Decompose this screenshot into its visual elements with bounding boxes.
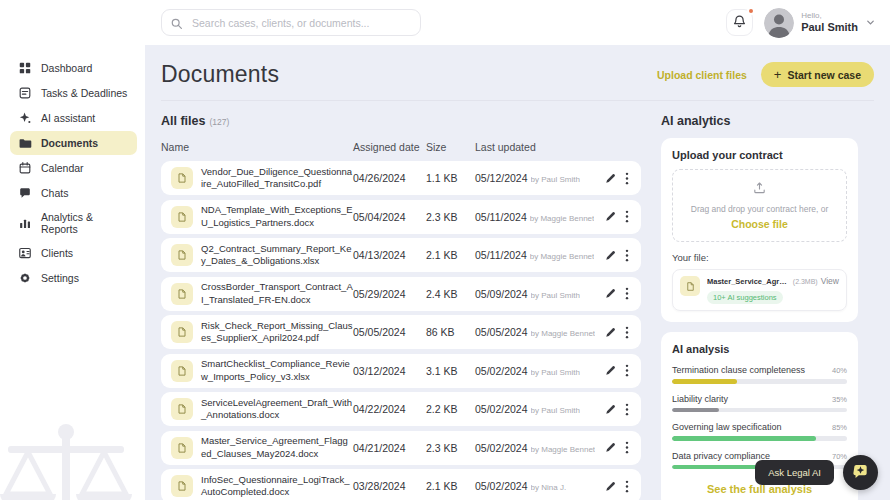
edit-button[interactable] bbox=[600, 206, 621, 227]
file-last-updated: 05/02/2024 by Paul Smith bbox=[475, 403, 600, 415]
file-size: 2.2 KB bbox=[426, 403, 475, 415]
ask-legal-ai-button[interactable] bbox=[843, 455, 878, 490]
file-updated-by: by Maggie Bennet bbox=[530, 214, 595, 223]
row-menu-button[interactable] bbox=[621, 437, 633, 458]
kebab-menu-icon bbox=[625, 326, 629, 339]
documents-icon bbox=[18, 136, 32, 150]
content: Documents Upload client files + Start ne… bbox=[145, 45, 890, 500]
file-updated-date: 05/02/2024 bbox=[475, 480, 528, 492]
bell-icon bbox=[732, 14, 747, 32]
row-menu-button[interactable] bbox=[621, 168, 633, 189]
kebab-menu-icon bbox=[625, 210, 629, 223]
sidebar-item[interactable]: Calendar bbox=[10, 156, 137, 180]
document-icon bbox=[171, 475, 193, 497]
sidebar-item[interactable]: Tasks & Deadlines bbox=[10, 81, 137, 105]
analysis-metric: Governing law specification 85% bbox=[672, 422, 847, 441]
document-icon bbox=[171, 321, 193, 343]
chevron-down-icon bbox=[865, 17, 876, 28]
edit-button[interactable] bbox=[600, 476, 621, 497]
edit-button[interactable] bbox=[600, 437, 621, 458]
file-updated-date: 05/02/2024 bbox=[475, 442, 528, 454]
file-updated-date: 05/05/2024 bbox=[475, 326, 528, 338]
sidebar-item[interactable]: Chats bbox=[10, 181, 137, 205]
file-row[interactable]: NDA_Template_With_Exceptions_EU_Logistic… bbox=[161, 200, 641, 234]
page-title: Documents bbox=[161, 61, 279, 88]
uploaded-file-info: Master_Service_Agreement_Flagged_... (2.… bbox=[707, 276, 839, 304]
edit-button[interactable] bbox=[600, 245, 621, 266]
row-menu-button[interactable] bbox=[621, 245, 633, 266]
avatar bbox=[764, 8, 794, 38]
file-row[interactable]: InfoSec_Questionnaire_LogiTrack_AutoComp… bbox=[161, 469, 641, 500]
progress-track bbox=[672, 379, 847, 384]
files-section: All files (127) Name Assigned date Size … bbox=[161, 101, 641, 500]
progress-fill bbox=[672, 436, 816, 441]
dropzone[interactable]: Drag and drop your contract here, or Cho… bbox=[672, 169, 847, 242]
row-menu-button[interactable] bbox=[621, 399, 633, 420]
sidebar-item[interactable]: Documents bbox=[10, 131, 137, 155]
file-last-updated: 05/05/2024 by Maggie Bennet bbox=[475, 326, 600, 338]
file-name: Q2_Contract_Summary_Report_Key_Dates_&_O… bbox=[201, 243, 353, 268]
edit-button[interactable] bbox=[600, 283, 621, 304]
file-assigned-date: 03/28/2024 bbox=[353, 480, 426, 492]
file-size: 86 KB bbox=[426, 326, 475, 338]
file-updated-by: by Nina J. bbox=[531, 483, 567, 492]
row-menu-button[interactable] bbox=[621, 322, 633, 343]
column-header-name: Name bbox=[161, 141, 353, 153]
file-row[interactable]: Risk_Check_Report_Missing_Clauses_Suppli… bbox=[161, 315, 641, 349]
search-input[interactable] bbox=[161, 9, 421, 36]
user-menu[interactable]: Hello, Paul Smith bbox=[764, 8, 876, 38]
sidebar-item[interactable]: Analytics & Reports bbox=[10, 206, 137, 240]
kebab-menu-icon bbox=[625, 172, 629, 185]
sidebar: Dashboard Tasks & Deadlines AI assistant… bbox=[0, 0, 145, 500]
column-header-size: Size bbox=[426, 141, 475, 153]
search-icon bbox=[170, 16, 183, 29]
sidebar-item[interactable]: Settings bbox=[10, 266, 137, 290]
file-row[interactable]: Q2_Contract_Summary_Report_Key_Dates_&_O… bbox=[161, 238, 641, 272]
main-area: Hello, Paul Smith Documents Upload clien… bbox=[145, 0, 890, 500]
file-name: Master_Service_Agreement_Flagged_Clauses… bbox=[201, 435, 353, 460]
uploaded-file-size: (2.3MB) bbox=[793, 278, 818, 285]
sidebar-item[interactable]: AI assistant bbox=[10, 106, 137, 130]
start-new-case-button[interactable]: + Start new case bbox=[761, 62, 874, 87]
file-name: ServiceLevelAgreement_Draft_With_Annotat… bbox=[201, 397, 353, 422]
sidebar-item-label: Calendar bbox=[41, 162, 84, 174]
document-icon bbox=[171, 398, 193, 420]
edit-button[interactable] bbox=[600, 168, 621, 189]
file-row[interactable]: ServiceLevelAgreement_Draft_With_Annotat… bbox=[161, 392, 641, 426]
ask-legal-ai: Ask Legal AI bbox=[755, 455, 878, 490]
row-menu-button[interactable] bbox=[621, 476, 633, 497]
metric-value: 85% bbox=[832, 423, 847, 432]
file-row[interactable]: CrossBorder_Transport_Contract_AI_Transl… bbox=[161, 277, 641, 311]
sidebar-item[interactable]: Clients bbox=[10, 241, 137, 265]
edit-button[interactable] bbox=[600, 399, 621, 420]
sidebar-item[interactable]: Dashboard bbox=[10, 56, 137, 80]
upload-icon bbox=[752, 180, 767, 195]
file-updated-by: by Paul Smith bbox=[531, 291, 580, 300]
document-icon bbox=[171, 360, 193, 382]
document-icon bbox=[171, 206, 193, 228]
choose-file-link[interactable]: Choose file bbox=[731, 218, 788, 230]
edit-button[interactable] bbox=[600, 360, 621, 381]
notifications-button[interactable] bbox=[726, 9, 753, 36]
sidebar-item-label: Settings bbox=[41, 272, 79, 284]
view-file-link[interactable]: View bbox=[821, 276, 839, 286]
file-row[interactable]: SmartChecklist_Compliance_Review_Imports… bbox=[161, 354, 641, 388]
kebab-menu-icon bbox=[625, 403, 629, 416]
file-row[interactable]: Master_Service_Agreement_Flagged_Clauses… bbox=[161, 431, 641, 465]
edit-button[interactable] bbox=[600, 322, 621, 343]
document-icon bbox=[171, 283, 193, 305]
row-menu-button[interactable] bbox=[621, 206, 633, 227]
upload-client-files-link[interactable]: Upload client files bbox=[657, 69, 747, 81]
file-updated-by: by Maggie Bennet bbox=[531, 329, 596, 338]
file-name: CrossBorder_Transport_Contract_AI_Transl… bbox=[201, 281, 353, 306]
row-menu-button[interactable] bbox=[621, 360, 633, 381]
uploaded-file-chip[interactable]: Master_Service_Agreement_Flagged_... (2.… bbox=[672, 269, 847, 311]
file-row[interactable]: Vendor_Due_Diligence_Questionnaire_AutoF… bbox=[161, 161, 641, 195]
row-menu-button[interactable] bbox=[621, 283, 633, 304]
analysis-metrics: Termination clause completeness 40% bbox=[672, 365, 847, 469]
pencil-icon bbox=[604, 364, 617, 377]
plus-icon: + bbox=[774, 67, 782, 82]
scales-of-justice-watermark-icon bbox=[0, 412, 146, 500]
app-root: Dashboard Tasks & Deadlines AI assistant… bbox=[0, 0, 890, 500]
kebab-menu-icon bbox=[625, 249, 629, 262]
